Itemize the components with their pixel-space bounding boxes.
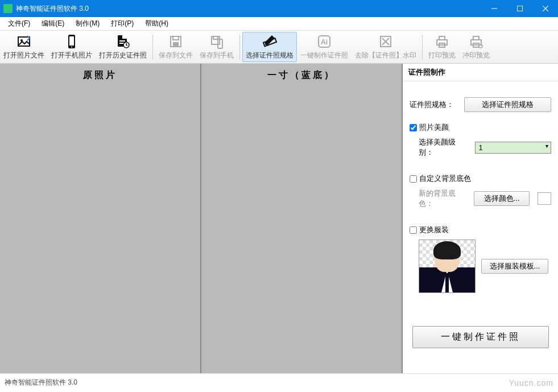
menu-make[interactable]: 制作(M) — [70, 17, 105, 30]
svg-rect-7 — [69, 36, 74, 46]
ruler-pencil-icon — [262, 34, 278, 49]
save-to-phone-button[interactable]: 保存到手机 — [196, 31, 237, 63]
svg-rect-11 — [119, 40, 125, 42]
statusbar: 神奇智能证件照软件 3.0 Yuucn.com — [0, 373, 558, 391]
menu-file[interactable]: 文件(F) — [2, 17, 36, 30]
window-title: 神奇智能证件照软件 3.0 — [16, 4, 481, 14]
custom-bg-checkbox[interactable] — [410, 175, 417, 183]
window-titlebar: 神奇智能证件照软件 3.0 — [0, 0, 558, 17]
menu-edit[interactable]: 编辑(E) — [36, 17, 70, 30]
svg-rect-27 — [471, 40, 481, 45]
open-file-label: 打开照片文件 — [3, 51, 44, 60]
open-file-button[interactable]: 打开照片文件 — [0, 31, 48, 63]
select-spec-label: 选择证件照规格 — [246, 51, 294, 60]
clothes-template-button[interactable]: 选择服装模板... — [481, 259, 548, 274]
sidepanel-title: 证件照制作 — [403, 64, 558, 81]
phone-icon — [64, 34, 80, 49]
maximize-icon — [517, 6, 523, 11]
clothing-preview — [419, 240, 476, 293]
open-file-icon — [16, 34, 32, 49]
app-icon — [3, 4, 13, 13]
beauty-level-label: 选择美颜级别： — [419, 137, 470, 158]
develop-preview-button[interactable]: 冲印预览 — [459, 31, 493, 63]
svg-rect-25 — [439, 36, 445, 40]
one-click-make-button[interactable]: Ai 一键制作证件照 — [297, 31, 352, 63]
toolbar-separator — [422, 35, 423, 60]
maximize-button[interactable] — [507, 0, 532, 17]
remove-watermark-label: 去除【证件照】水印 — [355, 51, 416, 60]
menubar: 文件(F) 编辑(E) 制作(M) 打印(P) 帮助(H) — [0, 17, 558, 31]
beauty-level-select[interactable]: 1 — [475, 142, 551, 154]
svg-point-8 — [71, 47, 72, 48]
develop-icon — [468, 34, 484, 49]
svg-rect-28 — [473, 36, 479, 40]
remove-watermark-button[interactable]: 去除【证件照】水印 — [352, 31, 420, 63]
change-clothes-label: 更换服装 — [419, 225, 449, 235]
open-phone-label: 打开手机照片 — [51, 51, 92, 60]
menu-help[interactable]: 帮助(H) — [139, 17, 174, 30]
pick-color-button[interactable]: 选择颜色... — [474, 191, 530, 206]
close-button[interactable] — [532, 0, 558, 17]
svg-rect-15 — [173, 36, 179, 40]
statusbar-text: 神奇智能证件照软件 3.0 — [5, 378, 77, 387]
open-phone-button[interactable]: 打开手机照片 — [48, 31, 96, 63]
toolbar-separator — [152, 35, 153, 60]
svg-text:Ai: Ai — [321, 38, 328, 46]
original-photo-panel: 原照片 — [0, 64, 200, 373]
print-preview-label: 打印预览 — [428, 51, 456, 60]
window-controls — [481, 0, 558, 17]
remove-watermark-icon — [378, 34, 394, 49]
open-history-button[interactable]: 打开历史证件照 — [96, 31, 150, 63]
tie — [445, 273, 449, 292]
custom-bg-label: 自定义背景底色 — [419, 174, 471, 184]
select-spec-button[interactable]: 选择证件照规格 — [242, 32, 297, 62]
save-to-file-button[interactable]: 保存到文件 — [155, 31, 196, 63]
toolbar-separator — [239, 35, 240, 60]
menu-print[interactable]: 打印(P) — [105, 17, 139, 30]
svg-rect-4 — [18, 37, 30, 46]
settings-sidepanel: 证件照制作 证件照规格： 选择证件照规格 照片美颜 选择美颜级别： 1 自定义背… — [403, 64, 558, 373]
save-file-label: 保存到文件 — [159, 51, 193, 60]
minimize-icon — [491, 6, 497, 11]
save-phone-icon — [209, 34, 225, 49]
beauty-checkbox[interactable] — [410, 124, 417, 131]
select-spec-side-button[interactable]: 选择证件照规格 — [464, 97, 551, 112]
svg-rect-1 — [517, 6, 522, 11]
result-photo-panel: 一寸（蓝底） — [200, 64, 403, 373]
save-phone-label: 保存到手机 — [200, 51, 234, 60]
svg-rect-18 — [213, 36, 218, 39]
close-icon — [543, 6, 548, 11]
toolbar: 打开照片文件 打开手机照片 打开历史证件照 保存到文件 保存到手机 选择证件照规… — [0, 31, 558, 64]
bg-color-swatch[interactable] — [538, 192, 551, 205]
spec-label: 证件照规格： — [410, 100, 454, 110]
svg-rect-16 — [173, 42, 179, 47]
new-bg-label: 新的背景底色： — [419, 188, 469, 209]
change-clothes-checkbox[interactable] — [410, 226, 417, 234]
print-preview-button[interactable]: 打印预览 — [425, 31, 459, 63]
svg-rect-10 — [122, 35, 127, 39]
watermark-text: Yuucn.com — [509, 378, 553, 387]
minimize-button[interactable] — [481, 0, 507, 17]
history-icon — [115, 34, 131, 49]
result-photo-title: 一寸（蓝底） — [201, 64, 402, 87]
hair — [433, 241, 461, 259]
develop-preview-label: 冲印预览 — [462, 51, 490, 60]
one-click-label: 一键制作证件照 — [300, 51, 348, 60]
content-area: 原照片 一寸（蓝底） 证件照制作 证件照规格： 选择证件照规格 照片美颜 选择美… — [0, 64, 558, 373]
original-photo-title: 原照片 — [0, 64, 200, 87]
svg-rect-24 — [437, 40, 447, 45]
open-history-label: 打开历史证件照 — [99, 51, 147, 60]
one-click-make-big-button[interactable]: 一键制作证件照 — [412, 326, 549, 348]
beauty-level-value: 1 — [479, 143, 483, 152]
printer-icon — [434, 34, 450, 49]
beauty-label: 照片美颜 — [419, 122, 449, 133]
ai-icon: Ai — [316, 34, 332, 49]
save-file-icon — [168, 34, 184, 49]
